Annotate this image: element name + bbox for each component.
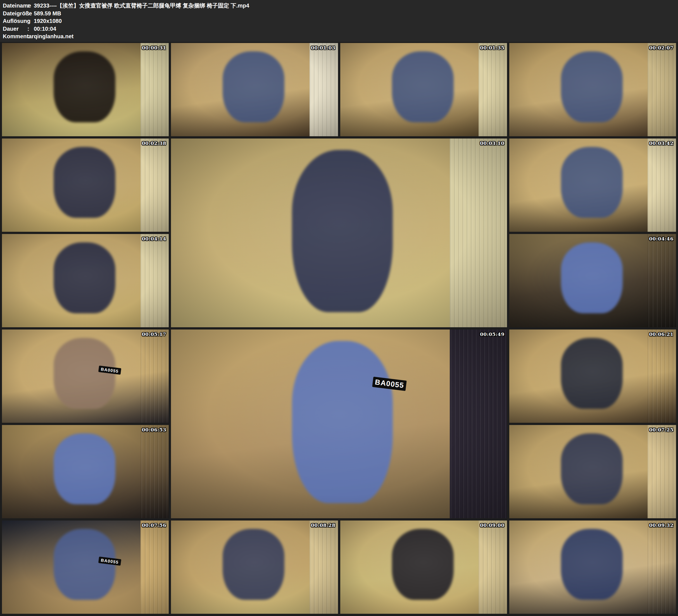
screen-panel	[141, 43, 169, 136]
screen-panel	[647, 234, 676, 327]
filesize-value: 589.59 MB	[34, 10, 61, 17]
screen-panel	[309, 521, 338, 614]
figure-silhouette	[223, 51, 285, 122]
video-thumbnail: 00:04:14	[2, 234, 169, 327]
metadata-separator: :	[27, 33, 31, 40]
metadata-label: Dauer	[3, 25, 27, 33]
metadata-separator: :	[27, 25, 31, 33]
figure-silhouette	[53, 51, 115, 122]
figure-silhouette	[53, 242, 115, 313]
metadata-label: Auflösung	[3, 17, 27, 25]
video-thumbnail: 00:09:32	[509, 521, 676, 614]
metadata-label: Dateigröße	[3, 10, 27, 17]
figure-silhouette	[561, 147, 623, 218]
metadata-row-filename: Dateiname : 39233----【渎竺】女搜查官被俘 欧式直臂椅子二郎…	[3, 2, 678, 10]
figure-silhouette	[561, 242, 623, 313]
timestamp-overlay: 00:02:07	[649, 45, 674, 50]
timestamp-overlay: 00:07:56	[142, 523, 166, 528]
timestamp-overlay: 00:05:49	[480, 332, 504, 337]
timestamp-overlay: 00:09:32	[649, 523, 674, 528]
figure-silhouette	[561, 51, 623, 122]
screen-panel	[479, 521, 507, 614]
screen-panel	[141, 425, 169, 518]
metadata-row-filesize: Dateigröße : 589.59 MB	[3, 10, 678, 17]
video-thumbnail: 00:06:21	[509, 330, 676, 423]
screen-panel	[309, 43, 338, 136]
video-thumbnail: 00:04:46	[509, 234, 676, 327]
timestamp-overlay: 00:02:38	[142, 141, 166, 146]
duration-value: 00:10:04	[34, 25, 56, 33]
timestamp-overlay: 00:03:10	[480, 141, 504, 146]
figure-silhouette	[53, 529, 115, 600]
metadata-separator: :	[27, 17, 31, 25]
video-thumbnail: 00:02:07	[509, 43, 676, 136]
timestamp-overlay: 00:01:35	[480, 45, 504, 50]
video-thumbnail: 00:02:38	[2, 139, 169, 232]
screen-panel	[141, 139, 169, 232]
video-thumbnail: 00:00:31	[2, 43, 169, 136]
figure-silhouette	[292, 341, 393, 503]
screen-panel	[647, 43, 676, 136]
video-thumbnail: 00:03:42	[509, 139, 676, 232]
timestamp-overlay: 00:04:46	[649, 236, 674, 241]
timestamp-overlay: 00:01:03	[311, 45, 336, 50]
video-thumbnail: 00:07:25	[509, 425, 676, 518]
metadata-row-comment: Kommentar : qinglanhua.net	[3, 33, 678, 40]
video-thumbnail: BA005500:07:56	[2, 521, 169, 614]
figure-silhouette	[392, 51, 454, 122]
timestamp-overlay: 00:05:17	[142, 332, 166, 337]
metadata-separator: :	[27, 10, 31, 17]
figure-silhouette	[292, 150, 393, 312]
timestamp-overlay: 00:03:42	[649, 141, 674, 146]
file-metadata-header: Dateiname : 39233----【渎竺】女搜查官被俘 欧式直臂椅子二郎…	[0, 0, 678, 42]
timestamp-overlay: 00:08:28	[311, 523, 336, 528]
video-thumbnail: 00:06:53	[2, 425, 169, 518]
video-thumbnail: 00:01:03	[171, 43, 338, 136]
figure-silhouette	[53, 147, 115, 218]
metadata-row-resolution: Auflösung : 1920x1080	[3, 17, 678, 25]
comment-value: qinglanhua.net	[34, 33, 73, 40]
metadata-label: Kommentar	[3, 33, 27, 40]
contact-sheet-page: Dateiname : 39233----【渎竺】女搜查官被俘 欧式直臂椅子二郎…	[0, 0, 678, 616]
screen-panel	[647, 521, 676, 614]
timestamp-overlay: 00:00:31	[142, 45, 166, 50]
figure-silhouette	[561, 338, 623, 409]
screen-panel	[647, 139, 676, 232]
video-thumbnail: BA005500:05:17	[2, 330, 169, 423]
figure-silhouette	[392, 529, 454, 600]
figure-silhouette	[53, 433, 115, 504]
figure-silhouette	[561, 433, 623, 504]
timestamp-overlay: 00:04:14	[142, 236, 166, 241]
figure-silhouette	[53, 338, 115, 409]
resolution-value: 1920x1080	[34, 17, 62, 25]
filename-value: 39233----【渎竺】女搜查官被俘 欧式直臂椅子二郎腿龟甲缚 复杂捆绑 椅子…	[34, 2, 249, 10]
video-thumbnail: 00:01:35	[340, 43, 507, 136]
metadata-separator: :	[27, 2, 31, 10]
figure-silhouette	[223, 529, 285, 600]
screen-panel	[450, 139, 507, 327]
video-thumbnail-large: BA005500:05:49	[171, 330, 507, 518]
screen-panel	[141, 521, 169, 614]
thumbnail-grid: 00:00:31 00:01:03 00:01:35 00:02:07 00:0…	[0, 42, 678, 616]
timestamp-overlay: 00:06:53	[142, 427, 166, 432]
screen-panel	[450, 330, 507, 518]
screen-panel	[141, 234, 169, 327]
metadata-row-duration: Dauer : 00:10:04	[3, 25, 678, 33]
timestamp-overlay: 00:06:21	[649, 332, 674, 337]
screen-panel	[479, 43, 507, 136]
video-thumbnail-large: 00:03:10	[171, 139, 507, 327]
timestamp-overlay: 00:07:25	[649, 427, 674, 432]
screen-panel	[647, 425, 676, 518]
screen-panel	[647, 330, 676, 423]
figure-silhouette	[561, 529, 623, 600]
video-thumbnail: 00:08:28	[171, 521, 338, 614]
timestamp-overlay: 00:09:00	[480, 523, 504, 528]
metadata-label: Dateiname	[3, 2, 27, 10]
video-thumbnail: 00:09:00	[340, 521, 507, 614]
screen-panel	[141, 330, 169, 423]
